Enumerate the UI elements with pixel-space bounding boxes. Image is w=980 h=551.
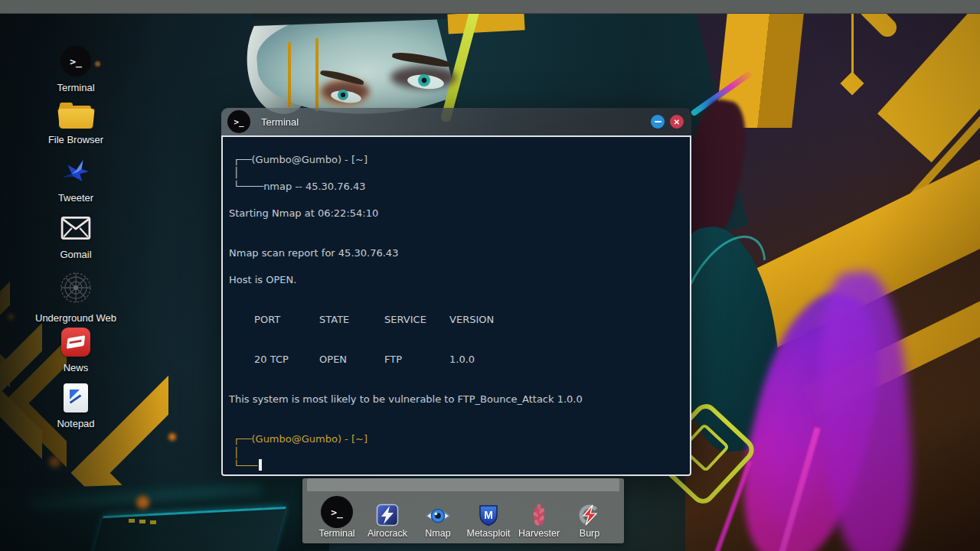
dock-item-label: Harvester xyxy=(518,528,560,539)
terminal-body[interactable]: ┌──(Gumbo@Gumbo) - [~] │ └────nmap -- 45… xyxy=(221,135,691,476)
eye-icon xyxy=(425,502,451,527)
terminal-line: This system is most likely to be vulnera… xyxy=(229,393,682,406)
table-cell: 20 TCP xyxy=(254,353,319,366)
dock-item-terminal[interactable]: >_ Terminal xyxy=(312,492,362,539)
desktop-icon-label: Underground Web xyxy=(35,312,116,324)
terminal-line: Starting Nmap at 06:22:54:10 xyxy=(229,207,682,220)
desktop-icon-terminal[interactable]: >_ Terminal xyxy=(22,46,129,93)
shield-icon: M xyxy=(477,502,500,527)
desktop-icon-label: Terminal xyxy=(57,82,94,93)
table-cell: 1.0.0 xyxy=(449,353,514,366)
terminal-line: │ xyxy=(234,166,682,179)
desktop-icon-label: File Browser xyxy=(48,134,103,145)
dock-item-airocrack[interactable]: Airocrack xyxy=(362,492,413,539)
desktop-icon-label: Gomail xyxy=(60,249,91,260)
terminal-window: >_ Terminal ✕ ┌──(Gumbo@Gumbo) - [~] │ └… xyxy=(221,108,691,476)
terminal-line: Host is OPEN. xyxy=(229,273,682,286)
news-icon xyxy=(61,328,90,357)
dock-item-metasploit[interactable]: M Metasploit xyxy=(463,492,514,539)
terminal-cursor xyxy=(259,459,262,471)
desktop-icon-underground-web[interactable]: Underground Web xyxy=(22,272,129,324)
airocrack-icon xyxy=(376,502,399,527)
dock-item-label: Terminal xyxy=(318,528,354,539)
dock-item-label: Burp xyxy=(580,528,599,539)
minimize-button[interactable] xyxy=(651,115,665,129)
terminal-icon: >_ xyxy=(227,110,250,133)
table-header-cell: STATE xyxy=(319,313,384,326)
dock-item-nmap[interactable]: Nmap xyxy=(413,492,463,539)
terminal-line: ┌──(Gumbo@Gumbo) - [~] xyxy=(234,153,682,166)
envelope-icon xyxy=(60,216,91,243)
desktop-icon-notepad[interactable]: Notepad xyxy=(22,383,129,429)
desktop-icon-label: News xyxy=(64,362,89,373)
dock: >_ Terminal Airocrack xyxy=(302,478,624,543)
top-panel[interactable] xyxy=(0,0,980,14)
terminal-icon: >_ xyxy=(321,496,353,528)
table-header-cell: VERSION xyxy=(449,313,514,326)
dock-item-label: Airocrack xyxy=(368,528,407,539)
desktop-icon-gomail[interactable]: Gomail xyxy=(22,216,129,260)
desktop-icon-file-browser[interactable]: File Browser xyxy=(22,103,129,145)
prompt-text: └─── xyxy=(234,460,257,471)
dock-item-burp[interactable]: Burp xyxy=(564,492,615,539)
table-header-cell: SERVICE xyxy=(384,313,449,326)
dock-item-harvester[interactable]: Harvester xyxy=(514,492,564,539)
desktop-icon-tweeter[interactable]: Tweeter xyxy=(22,158,129,204)
terminal-line: └────nmap -- 45.30.76.43 xyxy=(234,180,682,193)
desktop-icon-label: Tweeter xyxy=(58,192,93,204)
dock-item-label: Nmap xyxy=(425,528,450,539)
notepad-icon xyxy=(64,383,88,412)
desktop-icon-label: Notepad xyxy=(57,418,94,429)
table-header-cell: PORT xyxy=(254,313,319,326)
terminal-line: ┌──(Gumbo@Gumbo) - [~] xyxy=(234,432,682,445)
bird-icon xyxy=(61,158,90,187)
table-cell: FTP xyxy=(384,353,449,366)
close-button[interactable]: ✕ xyxy=(670,115,684,129)
terminal-line: │ xyxy=(234,446,682,459)
port-table-row: 20 TCPOPENFTP1.0.0 xyxy=(229,340,682,380)
window-titlebar[interactable]: >_ Terminal ✕ xyxy=(221,108,691,135)
wheat-icon xyxy=(531,502,547,527)
port-table-header: PORTSTATESERVICEVERSION xyxy=(229,299,682,339)
desktop: >_ Terminal File Browser Tweeter Gomail xyxy=(0,0,980,551)
svg-text:M: M xyxy=(484,509,493,521)
dock-handle[interactable] xyxy=(307,478,619,491)
close-icon: ✕ xyxy=(674,118,680,126)
desktop-icon-news[interactable]: News xyxy=(22,328,129,373)
terminal-prompt-line: └─── xyxy=(234,459,682,472)
terminal-line: Nmap scan report for 45.30.76.43 xyxy=(229,246,682,259)
terminal-icon: >_ xyxy=(60,46,91,77)
table-cell: OPEN xyxy=(319,353,384,366)
minimize-icon xyxy=(655,121,662,123)
folder-icon xyxy=(59,103,93,129)
window-title: Terminal xyxy=(261,116,299,128)
web-icon xyxy=(60,272,92,307)
dock-row: >_ Terminal Airocrack xyxy=(312,492,615,539)
dock-item-label: Metasploit xyxy=(467,528,511,539)
bolt-icon xyxy=(578,502,601,527)
